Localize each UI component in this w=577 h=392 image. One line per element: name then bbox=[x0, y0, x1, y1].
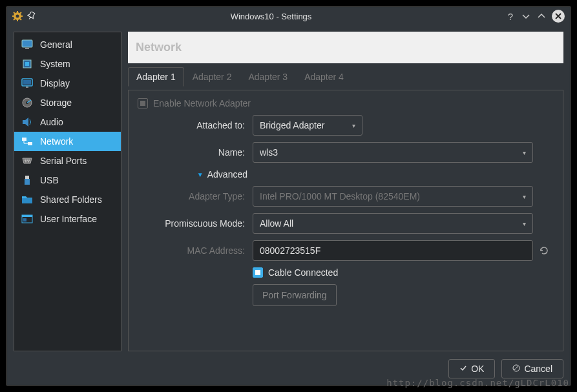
page-title: Network bbox=[128, 32, 563, 63]
tab-adapter-4[interactable]: Adapter 4 bbox=[296, 67, 352, 87]
sidebar-item-label: Network bbox=[40, 136, 73, 147]
name-label: Name: bbox=[138, 147, 247, 158]
chevron-down-icon: ▾ bbox=[523, 149, 526, 156]
cancel-label: Cancel bbox=[524, 364, 552, 374]
sidebar-item-label: General bbox=[40, 39, 72, 50]
tab-adapter-3[interactable]: Adapter 3 bbox=[240, 67, 296, 87]
close-button[interactable] bbox=[552, 10, 565, 23]
sidebar-item-shared-folders[interactable]: Shared Folders bbox=[14, 190, 121, 209]
mac-value: 08002723515F bbox=[260, 245, 320, 256]
adapter-type-label: Adapter Type: bbox=[138, 191, 247, 201]
sidebar-item-storage[interactable]: Storage bbox=[14, 93, 121, 112]
sidebar-item-label: Shared Folders bbox=[40, 194, 102, 205]
adapter-tabs: Adapter 1 Adapter 2 Adapter 3 Adapter 4 bbox=[128, 67, 563, 86]
sidebar-item-audio[interactable]: Audio bbox=[14, 112, 121, 132]
sidebar-item-network[interactable]: Network bbox=[14, 132, 121, 151]
svg-rect-15 bbox=[23, 80, 31, 85]
tab-adapter-2[interactable]: Adapter 2 bbox=[184, 67, 240, 87]
svg-rect-28 bbox=[22, 198, 32, 203]
name-value: wls3 bbox=[260, 147, 278, 158]
svg-rect-16 bbox=[26, 87, 28, 88]
speaker-icon bbox=[21, 116, 34, 128]
mac-label: MAC Address: bbox=[138, 245, 247, 256]
svg-rect-33 bbox=[255, 270, 260, 275]
sidebar-item-label: USB bbox=[40, 175, 59, 185]
svg-line-7 bbox=[20, 19, 21, 20]
attached-to-select[interactable]: Bridged Adapter ▾ bbox=[253, 115, 362, 136]
sidebar-item-label: Audio bbox=[40, 117, 63, 127]
attached-to-label: Attached to: bbox=[138, 120, 247, 130]
port-forwarding-button: Port Forwarding bbox=[253, 284, 337, 306]
enable-adapter-row: Enable Network Adapter bbox=[138, 98, 554, 108]
sidebar-item-user-interface[interactable]: User Interface bbox=[14, 209, 121, 229]
svg-rect-32 bbox=[140, 101, 145, 106]
app-icon bbox=[12, 11, 23, 21]
monitor-icon bbox=[21, 39, 34, 50]
window-title: Windows10 - Settings bbox=[37, 12, 505, 21]
svg-rect-30 bbox=[22, 215, 32, 217]
promiscuous-select[interactable]: Allow All ▾ bbox=[253, 213, 533, 234]
usb-icon bbox=[21, 174, 34, 186]
cable-connected-row: Cable Connected bbox=[253, 267, 533, 278]
advanced-toggle[interactable]: ▼ Advanced bbox=[138, 169, 247, 180]
svg-rect-11 bbox=[25, 48, 29, 49]
svg-rect-27 bbox=[25, 179, 30, 185]
cable-connected-label: Cable Connected bbox=[268, 267, 338, 278]
chevron-down-icon: ▾ bbox=[523, 220, 526, 227]
ok-label: OK bbox=[471, 364, 484, 374]
sidebar-item-label: Display bbox=[40, 78, 70, 88]
svg-rect-10 bbox=[22, 40, 32, 47]
tab-adapter-1[interactable]: Adapter 1 bbox=[128, 67, 184, 87]
titlebar: Windows10 - Settings ? bbox=[7, 7, 570, 25]
svg-line-8 bbox=[14, 19, 15, 20]
minimize-icon[interactable] bbox=[521, 11, 531, 21]
sidebar-item-general[interactable]: General bbox=[14, 35, 121, 54]
svg-point-25 bbox=[28, 161, 29, 163]
help-icon[interactable]: ? bbox=[505, 11, 516, 21]
sidebar-item-usb[interactable]: USB bbox=[14, 170, 121, 190]
adapter-panel: Enable Network Adapter Attached to: Brid… bbox=[128, 90, 563, 351]
mac-input[interactable]: 08002723515F bbox=[253, 240, 533, 261]
enable-adapter-label: Enable Network Adapter bbox=[153, 98, 251, 108]
dialog-footer: OK Cancel bbox=[14, 355, 563, 378]
triangle-down-icon: ▼ bbox=[197, 171, 204, 178]
promiscuous-value: Allow All bbox=[260, 218, 293, 229]
sidebar-item-label: Storage bbox=[40, 98, 72, 108]
svg-point-21 bbox=[25, 160, 26, 161]
advanced-label: Advanced bbox=[207, 169, 247, 180]
cable-connected-checkbox[interactable] bbox=[253, 267, 263, 278]
check-icon bbox=[459, 364, 467, 374]
svg-rect-13 bbox=[25, 62, 29, 66]
svg-rect-19 bbox=[22, 138, 26, 141]
refresh-mac-button[interactable] bbox=[538, 245, 550, 256]
chip-icon bbox=[21, 58, 34, 70]
ui-icon bbox=[21, 213, 34, 225]
svg-point-23 bbox=[28, 160, 30, 161]
svg-rect-20 bbox=[28, 142, 32, 145]
sidebar-item-system[interactable]: System bbox=[14, 54, 121, 74]
serial-icon bbox=[21, 155, 34, 167]
adapter-type-select: Intel PRO/1000 MT Desktop (82540EM) ▾ bbox=[253, 186, 533, 207]
content-area: Network Adapter 1 Adapter 2 Adapter 3 Ad… bbox=[128, 32, 563, 351]
sidebar-item-label: User Interface bbox=[40, 214, 97, 224]
enable-adapter-checkbox[interactable] bbox=[138, 98, 148, 108]
svg-rect-31 bbox=[23, 218, 26, 222]
svg-point-1 bbox=[16, 15, 19, 18]
chevron-down-icon: ▾ bbox=[523, 193, 526, 200]
sidebar-item-display[interactable]: Display bbox=[14, 74, 121, 93]
folder-icon bbox=[21, 194, 34, 205]
attached-to-value: Bridged Adapter bbox=[260, 120, 324, 130]
ok-button[interactable]: OK bbox=[448, 359, 495, 378]
adapter-type-value: Intel PRO/1000 MT Desktop (82540EM) bbox=[260, 191, 420, 201]
name-select[interactable]: wls3 ▾ bbox=[253, 142, 533, 163]
maximize-icon[interactable] bbox=[536, 11, 547, 21]
svg-point-24 bbox=[25, 161, 26, 163]
display-icon bbox=[21, 77, 34, 89]
pin-icon[interactable] bbox=[26, 11, 37, 21]
category-sidebar: General System Display Storage Audio bbox=[14, 32, 121, 351]
svg-line-9 bbox=[20, 12, 21, 14]
sidebar-item-label: Serial Ports bbox=[40, 156, 87, 166]
sidebar-item-serial-ports[interactable]: Serial Ports bbox=[14, 151, 121, 170]
cancel-button[interactable]: Cancel bbox=[501, 359, 563, 378]
network-icon bbox=[21, 136, 34, 147]
